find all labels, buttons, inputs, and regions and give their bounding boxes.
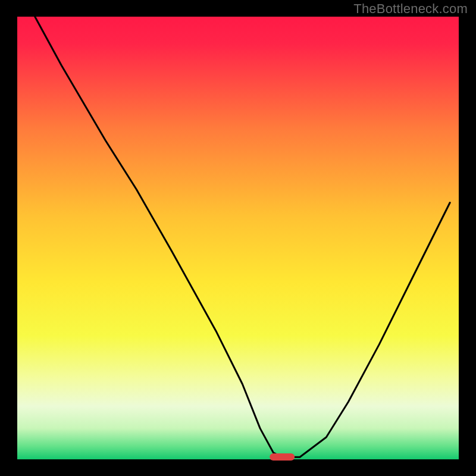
bottleneck-chart: TheBottleneck.com — [0, 0, 476, 476]
chart-svg — [0, 0, 476, 476]
optimum-marker — [270, 453, 295, 461]
plot-area — [17, 17, 459, 459]
